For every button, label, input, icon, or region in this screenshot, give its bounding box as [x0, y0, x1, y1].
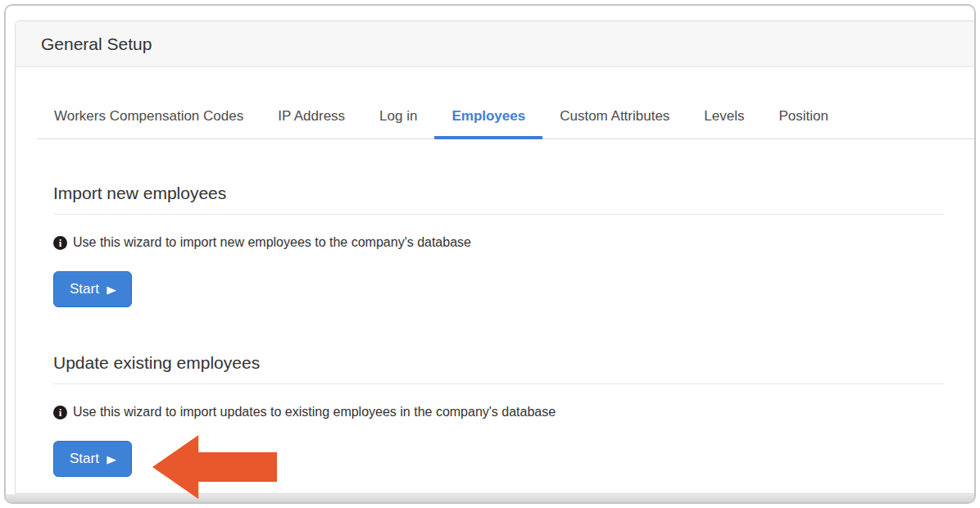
section-heading: Import new employees [53, 184, 944, 215]
tab-ip-address[interactable]: IP Address [261, 97, 362, 139]
tab-custom-attributes[interactable]: Custom Attributes [542, 97, 687, 139]
start-button-label: Start [70, 281, 99, 297]
window-bottom-strip [6, 494, 974, 502]
page-title: General Setup [41, 34, 152, 54]
section-heading: Update existing employees [53, 353, 944, 384]
tab-label: Custom Attributes [560, 108, 669, 125]
window-frame: General Setup Workers Compensation Codes… [4, 4, 976, 504]
tab-employees[interactable]: Employees [434, 97, 542, 139]
tab-levels[interactable]: Levels [687, 97, 761, 139]
tab-log-in[interactable]: Log in [362, 97, 434, 139]
description-text: Use this wizard to import new employees … [73, 235, 471, 250]
tab-label: Employees [451, 108, 525, 125]
info-icon: i [53, 236, 67, 250]
tab-label: Levels [704, 108, 744, 125]
panel-body: Workers Compensation Codes IP Address Lo… [16, 97, 976, 477]
description-text: Use this wizard to import updates to exi… [73, 405, 556, 420]
start-update-existing-button[interactable]: Start ▶ [53, 441, 132, 477]
start-import-new-button[interactable]: Start ▶ [53, 271, 132, 307]
general-setup-panel: General Setup Workers Compensation Codes… [15, 20, 976, 494]
tab-label: Log in [379, 108, 417, 125]
tab-label: IP Address [278, 108, 345, 125]
tab-position[interactable]: Position [762, 97, 846, 139]
start-button-label: Start [70, 451, 99, 467]
play-icon: ▶ [107, 454, 116, 465]
update-existing-employees-section: Update existing employees i Use this wiz… [37, 353, 976, 477]
section-description: i Use this wizard to import new employee… [53, 235, 944, 250]
import-new-employees-section: Import new employees i Use this wizard t… [37, 184, 976, 307]
panel-header: General Setup [16, 21, 976, 67]
play-icon: ▶ [107, 284, 116, 295]
tab-label: Workers Compensation Codes [54, 108, 243, 125]
tab-label: Position [779, 108, 828, 125]
info-icon: i [53, 406, 67, 420]
settings-tabbar: Workers Compensation Codes IP Address Lo… [37, 97, 976, 139]
section-description: i Use this wizard to import updates to e… [53, 405, 944, 420]
tab-workers-compensation-codes[interactable]: Workers Compensation Codes [37, 97, 261, 139]
